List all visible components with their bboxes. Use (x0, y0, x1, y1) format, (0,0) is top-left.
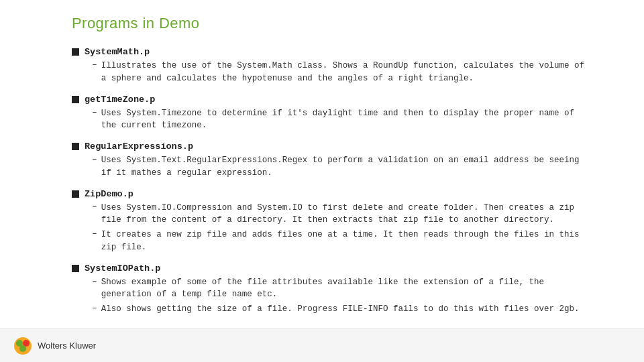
wk-logo: Wolters Kluwer (13, 337, 96, 355)
program-item: SystemIOPath.p–Shows example of some of … (72, 263, 590, 316)
description-text: It creates a new zip file and adds files… (101, 229, 590, 254)
dash-icon: – (92, 303, 97, 313)
description-text: Shows example of some of the file attrib… (101, 276, 590, 302)
program-header: SystemMath.p (72, 47, 590, 57)
bullet-icon (72, 190, 79, 198)
program-name: SystemIOPath.p (85, 263, 160, 274)
bullet-icon (72, 265, 79, 272)
page-title: Programs in Demo (72, 15, 590, 32)
description-text: Uses System.Text.RegularExpressions.Rege… (101, 154, 590, 180)
description-item: –Uses System.IO.Compression and System.I… (92, 202, 590, 227)
description-item: –Also shows getting the size of a file. … (92, 303, 590, 316)
description-item: –Uses System.Timezone to determine if it… (92, 107, 590, 133)
program-list: SystemMath.p–Illustrates the use of the … (72, 47, 590, 316)
program-item: getTimeZone.p–Uses System.Timezone to de… (72, 95, 590, 133)
wk-logo-icon (13, 337, 32, 355)
dash-icon: – (92, 276, 97, 286)
description-item: –It creates a new zip file and adds file… (92, 229, 590, 254)
description-item: –Shows example of some of the file attri… (92, 276, 590, 302)
description-list: –Uses System.Timezone to determine if it… (92, 107, 590, 133)
footer: Wolters Kluwer (0, 328, 644, 362)
program-name: SystemMath.p (85, 47, 150, 57)
program-header: SystemIOPath.p (72, 263, 590, 274)
description-list: –Uses System.Text.RegularExpressions.Reg… (92, 154, 590, 180)
dash-icon: – (92, 60, 97, 70)
description-text: Uses System.IO.Compression and System.IO… (101, 202, 590, 227)
description-list: –Illustrates the use of the System.Math … (92, 60, 590, 85)
program-header: RegularExpressions.p (72, 141, 590, 152)
bullet-icon (72, 143, 79, 150)
dash-icon: – (92, 229, 97, 239)
dash-icon: – (92, 154, 97, 164)
description-list: –Uses System.IO.Compression and System.I… (92, 202, 590, 254)
description-list: –Shows example of some of the file attri… (92, 276, 590, 316)
program-header: ZipDemo.p (72, 189, 590, 199)
program-name: ZipDemo.p (85, 189, 133, 199)
bullet-icon (72, 96, 79, 103)
main-content: Programs in Demo SystemMath.p–Illustrate… (0, 0, 644, 342)
description-text: Uses System.Timezone to determine if it'… (101, 107, 590, 133)
program-item: ZipDemo.p–Uses System.IO.Compression and… (72, 189, 590, 254)
program-name: getTimeZone.p (85, 95, 155, 105)
description-item: –Uses System.Text.RegularExpressions.Reg… (92, 154, 590, 180)
bullet-icon (72, 48, 79, 56)
program-item: SystemMath.p–Illustrates the use of the … (72, 47, 590, 85)
description-text: Illustrates the use of the System.Math c… (101, 60, 590, 85)
brand-name: Wolters Kluwer (38, 341, 96, 351)
description-item: –Illustrates the use of the System.Math … (92, 60, 590, 85)
program-item: RegularExpressions.p–Uses System.Text.Re… (72, 141, 590, 180)
program-name: RegularExpressions.p (85, 141, 193, 152)
description-text: Also shows getting the size of a file. P… (101, 303, 580, 316)
svg-point-3 (19, 345, 26, 352)
program-header: getTimeZone.p (72, 95, 590, 105)
dash-icon: – (92, 202, 97, 212)
dash-icon: – (92, 107, 97, 117)
